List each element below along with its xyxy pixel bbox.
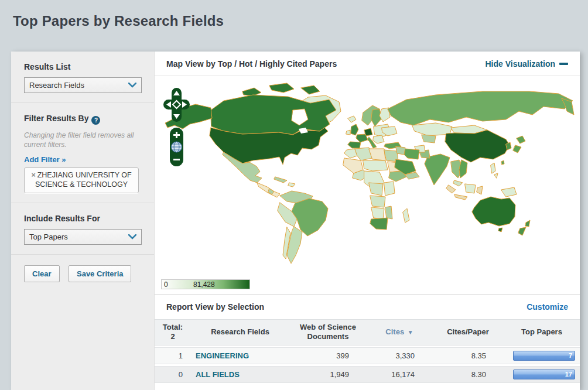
report-table: Total: 2 Research Fields Web of Science … [155,317,580,385]
filter-chip-label: ZHEJIANG UNIVERSITY OF SCIENCE & TECHNOL… [35,171,132,189]
filter-heading: Filter Results By? [24,114,142,125]
add-filter-link[interactable]: Add Filter » [24,155,66,164]
include-results-section: Include Results For Top Papers [11,203,154,255]
filter-note: Changing the filter field removes all cu… [24,131,142,149]
hide-visualization-label: Hide Visualization [485,59,555,69]
row-field: ENGINEERING [191,347,289,364]
hide-visualization-link[interactable]: Hide Visualization [485,59,568,69]
results-list-heading: Results List [24,62,142,71]
results-list-section: Results List Research Fields [11,52,154,103]
row-rank: 1 [155,347,191,364]
top-papers-bar[interactable]: 7 [513,351,575,361]
row-cites-per-paper: 8.30 [432,366,504,383]
report-table-header-row: Total: 2 Research Fields Web of Science … [155,319,580,345]
total-count: 2 [170,332,175,341]
main-panel: Map View by Top / Hot / Highly Cited Pap… [155,52,580,390]
filter-section: Filter Results By? Changing the filter f… [11,103,154,203]
row-documents: 1,949 [289,366,367,383]
map-region: 0 81,428 [155,76,580,294]
sort-desc-icon: ▼ [408,329,413,336]
legend-min-value: 0 [164,280,168,289]
results-list-select[interactable]: Research Fields [24,77,142,93]
row-field: ALL FIELDS [191,366,289,383]
filter-chip[interactable]: ×ZHEJIANG UNIVERSITY OF SCIENCE & TECHNO… [24,167,139,193]
chevron-down-icon [128,234,136,240]
table-row: 0 ALL FIELDS 1,949 16,174 8.30 17 [155,366,580,383]
map-header-bar: Map View by Top / Hot / Highly Cited Pap… [155,52,580,76]
help-icon[interactable]: ? [91,116,100,125]
legend-max-value: 81,428 [193,280,215,289]
total-header: Total: 2 [155,319,191,345]
clear-button[interactable]: Clear [24,265,60,282]
remove-filter-icon[interactable]: × [31,171,35,179]
map-header-title: Map View by Top / Hot / Highly Cited Pap… [166,59,337,69]
research-fields-header[interactable]: Research Fields [191,319,289,345]
row-top-papers: 17 [504,366,580,383]
top-papers-header[interactable]: Top Papers [504,319,580,345]
map-pan-zoom-controls[interactable] [163,88,190,170]
field-link[interactable]: ENGINEERING [196,351,249,360]
sidebar: Results List Research Fields Filter Resu… [11,52,155,390]
include-results-select[interactable]: Top Papers [24,229,142,245]
total-label: Total: [163,323,183,331]
field-link[interactable]: ALL FIELDS [196,370,240,379]
cites-header-label: Cites [385,327,404,336]
cites-header[interactable]: Cites ▼ [367,319,432,345]
report-header-bar: Report View by Selection Customize [155,294,580,319]
top-papers-bar[interactable]: 17 [513,370,575,379]
row-cites: 16,174 [367,366,432,383]
zoom-control-icon [170,128,183,166]
row-rank: 0 [155,366,191,383]
page-title: Top Papers by Research Fields [13,13,224,29]
content-wrapper: Results List Research Fields Filter Resu… [11,52,580,390]
save-criteria-button[interactable]: Save Criteria [69,265,132,282]
report-header-title: Report View by Selection [166,302,264,312]
include-results-heading: Include Results For [24,214,142,223]
filter-heading-label: Filter Results By [24,114,88,123]
results-list-selected-value: Research Fields [29,81,128,90]
world-choropleth-map[interactable] [155,76,579,294]
row-documents: 399 [289,347,367,364]
map-color-legend: 0 81,428 [161,279,250,289]
actions-section: Clear Save Criteria [11,255,154,292]
row-cites-per-paper: 8.35 [432,347,504,364]
customize-link[interactable]: Customize [527,302,568,312]
cites-per-paper-header[interactable]: Cites/Paper [432,319,504,345]
row-top-papers: 7 [504,347,580,364]
pan-control-icon [163,88,190,122]
table-row: 1 ENGINEERING 399 3,330 8.35 7 [155,347,580,364]
include-results-selected-value: Top Papers [29,232,128,241]
chevron-down-icon [128,83,136,88]
wos-documents-header[interactable]: Web of Science Documents [289,319,367,345]
row-cites: 3,330 [367,347,432,364]
collapse-icon [559,63,568,65]
